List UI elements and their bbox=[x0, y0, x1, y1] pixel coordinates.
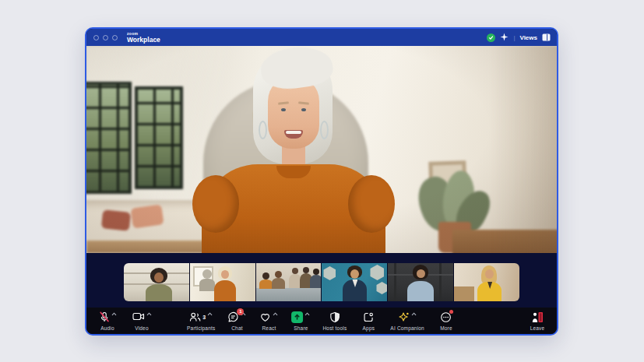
host-tools-button[interactable]: Host tools bbox=[322, 311, 347, 331]
participants-count: 3 bbox=[202, 315, 206, 320]
video-camera-icon bbox=[132, 311, 145, 322]
participant-thumbnail-5[interactable] bbox=[388, 263, 453, 301]
chevron-up-icon[interactable] bbox=[207, 312, 213, 316]
close-window-button[interactable] bbox=[93, 35, 99, 40]
logo-workplace-text: Workplace bbox=[127, 37, 160, 44]
host-tools-label: Host tools bbox=[322, 325, 347, 331]
host-tools-shield-icon bbox=[329, 311, 340, 323]
participants-filmstrip bbox=[86, 253, 557, 308]
view-button-label[interactable]: Views bbox=[519, 34, 537, 41]
vignette-overlay bbox=[86, 46, 557, 253]
video-label: Video bbox=[135, 325, 149, 331]
participants-icon bbox=[189, 311, 201, 323]
chevron-up-icon[interactable] bbox=[146, 312, 152, 316]
share-button[interactable]: Share bbox=[290, 311, 311, 331]
participant-thumbnail-4[interactable] bbox=[322, 263, 387, 301]
more-button[interactable]: More bbox=[436, 311, 456, 331]
react-button[interactable]: React bbox=[259, 311, 279, 331]
meeting-security-shield-icon[interactable] bbox=[487, 33, 495, 42]
meeting-toolbar: Audio Video bbox=[86, 308, 557, 334]
more-label: More bbox=[440, 325, 452, 331]
zoom-workplace-logo: zoom Workplace bbox=[127, 32, 160, 44]
audio-label: Audio bbox=[100, 325, 114, 331]
participant-thumbnail-3[interactable] bbox=[256, 263, 322, 301]
thumbnail-strip bbox=[124, 263, 519, 301]
audio-button[interactable]: Audio bbox=[97, 311, 118, 331]
share-label: Share bbox=[294, 325, 308, 331]
leave-label: Leave bbox=[530, 325, 545, 331]
chat-button[interactable]: 1 Chat bbox=[227, 311, 247, 331]
chevron-up-icon[interactable] bbox=[411, 312, 417, 316]
chevron-up-icon[interactable] bbox=[273, 312, 278, 316]
participant-thumbnail-1[interactable] bbox=[124, 263, 189, 301]
leave-door-icon bbox=[531, 311, 544, 323]
participant-thumbnail-6[interactable] bbox=[454, 263, 519, 301]
ai-companion-button[interactable]: AI Companion bbox=[390, 311, 424, 331]
ai-companion-sparkle-icon bbox=[398, 311, 410, 323]
sparkle-icon[interactable] bbox=[500, 30, 509, 44]
participant-thumbnail-2[interactable] bbox=[190, 263, 255, 301]
chevron-up-icon[interactable] bbox=[111, 312, 117, 316]
participants-button[interactable]: 3 Participants bbox=[187, 311, 215, 331]
titlebar: zoom Workplace | Views bbox=[86, 29, 557, 46]
zoom-meeting-window: zoom Workplace | Views bbox=[85, 27, 558, 336]
microphone-muted-icon bbox=[99, 311, 110, 323]
apps-button[interactable]: Apps bbox=[358, 311, 378, 331]
apps-label: Apps bbox=[363, 325, 375, 331]
leave-button[interactable]: Leave bbox=[527, 311, 547, 331]
share-screen-icon bbox=[291, 311, 303, 323]
chevron-up-icon[interactable] bbox=[304, 312, 310, 316]
participants-label: Participants bbox=[187, 325, 215, 331]
more-notification-dot bbox=[449, 310, 453, 314]
titlebar-divider: | bbox=[513, 34, 515, 41]
video-button[interactable]: Video bbox=[132, 311, 152, 331]
window-controls bbox=[93, 35, 118, 40]
apps-icon bbox=[363, 311, 374, 323]
react-label: React bbox=[262, 325, 276, 331]
chat-label: Chat bbox=[231, 325, 243, 331]
logo-zoom-text: zoom bbox=[127, 32, 160, 36]
main-video-tile bbox=[86, 46, 557, 253]
view-grid-icon[interactable] bbox=[542, 33, 551, 41]
ai-companion-label: AI Companion bbox=[390, 325, 424, 331]
maximize-window-button[interactable] bbox=[112, 35, 118, 40]
minimize-window-button[interactable] bbox=[103, 35, 108, 40]
heart-icon bbox=[259, 311, 271, 322]
